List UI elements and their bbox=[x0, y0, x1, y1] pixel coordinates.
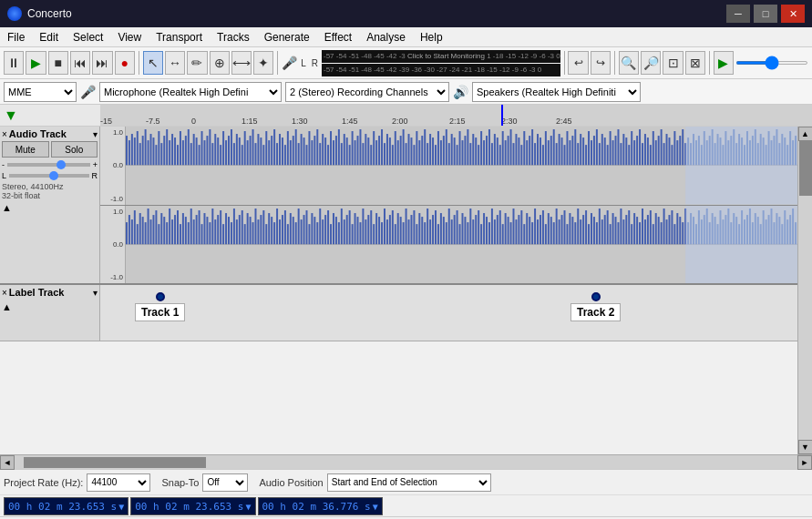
stop-button[interactable]: ■ bbox=[48, 51, 68, 75]
svg-rect-64 bbox=[295, 129, 297, 165]
svg-rect-482 bbox=[744, 219, 745, 244]
toolbar-area: ⏸ ▶ ■ ⏮ ⏭ ● ↖ ↔ ✏ ⊕ ⟷ ✦ 🎤 L R -57 -54 -5… bbox=[0, 47, 812, 79]
label-track-expand[interactable]: ▾ bbox=[93, 288, 98, 298]
project-rate-select[interactable]: 44100 bbox=[87, 473, 150, 492]
scroll-left-arrow[interactable]: ◄ bbox=[0, 455, 15, 470]
svg-rect-425 bbox=[591, 213, 592, 244]
scroll-right-arrow[interactable]: ► bbox=[797, 455, 812, 470]
scroll-down-arrow[interactable]: ▼ bbox=[798, 440, 813, 454]
gain-slider-track[interactable] bbox=[7, 163, 90, 167]
speed-slider[interactable] bbox=[735, 61, 808, 65]
menu-tracks[interactable]: Tracks bbox=[210, 29, 257, 46]
h-scroll-thumb[interactable] bbox=[24, 457, 206, 468]
audio-track-close[interactable]: × bbox=[2, 129, 7, 139]
vertical-scrollbar[interactable]: ▲ ▼ bbox=[797, 127, 812, 454]
menu-select[interactable]: Select bbox=[66, 29, 110, 46]
play-speed-button[interactable]: ▶ bbox=[714, 51, 734, 75]
label-marker-1[interactable]: Track 1 bbox=[135, 292, 185, 321]
record-button[interactable]: ● bbox=[115, 51, 135, 75]
microphone-select[interactable]: Microphone (Realtek High Defini bbox=[99, 82, 282, 102]
svg-rect-366 bbox=[432, 215, 434, 244]
label-marker-2[interactable]: Track 2 bbox=[570, 292, 621, 321]
menu-analyse[interactable]: Analyse bbox=[359, 29, 413, 46]
multi-tool[interactable]: ✦ bbox=[253, 51, 273, 75]
label-track-menu-arrow[interactable]: ▲ bbox=[2, 301, 98, 312]
waveform-display-2[interactable] bbox=[126, 206, 797, 284]
zoom-tool[interactable]: ⊕ bbox=[210, 51, 230, 75]
zoom-out-button[interactable]: 🔎 bbox=[641, 51, 661, 75]
solo-button[interactable]: Solo bbox=[51, 141, 98, 158]
svg-rect-211 bbox=[690, 143, 692, 165]
svg-rect-218 bbox=[709, 136, 711, 165]
snap-to-select[interactable]: Off bbox=[202, 473, 248, 492]
svg-rect-439 bbox=[628, 210, 630, 244]
svg-rect-122 bbox=[451, 134, 453, 165]
scroll-up-arrow[interactable]: ▲ bbox=[798, 127, 813, 141]
zoom-fit-button[interactable]: ⊠ bbox=[685, 51, 705, 75]
gain-slider-thumb[interactable] bbox=[57, 160, 66, 169]
svg-rect-132 bbox=[478, 145, 479, 165]
titlebar: Concerto ─ □ ✕ bbox=[0, 0, 812, 27]
waveform-display-1[interactable] bbox=[126, 127, 797, 205]
menu-file[interactable]: File bbox=[0, 29, 32, 46]
select-tool[interactable]: ↖ bbox=[143, 51, 163, 75]
pos2-dropdown[interactable]: ▼ bbox=[245, 502, 251, 512]
draw-tool[interactable]: ✏ bbox=[187, 51, 207, 75]
menu-effect[interactable]: Effect bbox=[317, 29, 359, 46]
play-button[interactable]: ▶ bbox=[26, 51, 46, 75]
svg-rect-391 bbox=[499, 210, 501, 244]
svg-rect-289 bbox=[225, 213, 227, 244]
scroll-thumb[interactable] bbox=[799, 141, 812, 196]
speaker-select[interactable]: Speakers (Realtek High Definiti bbox=[472, 82, 641, 102]
zoom-in-button[interactable]: 🔍 bbox=[619, 51, 639, 75]
redo-button[interactable]: ↪ bbox=[591, 51, 611, 75]
menu-help[interactable]: Help bbox=[413, 29, 450, 46]
label-track-close[interactable]: × bbox=[2, 288, 7, 298]
selection-format-select[interactable]: Start and End of Selection bbox=[327, 473, 491, 492]
svg-rect-227 bbox=[733, 129, 735, 165]
menu-generate[interactable]: Generate bbox=[257, 29, 317, 46]
svg-rect-297 bbox=[247, 213, 249, 244]
svg-rect-295 bbox=[242, 210, 243, 244]
skip-end-button[interactable]: ⏭ bbox=[92, 51, 112, 75]
channels-select[interactable]: 2 (Stereo) Recording Channels bbox=[285, 82, 449, 102]
menu-transport[interactable]: Transport bbox=[149, 29, 210, 46]
label-track-content[interactable]: Track 1 Track 2 bbox=[100, 285, 797, 341]
audio-track-expand[interactable]: ▾ bbox=[93, 129, 98, 139]
svg-rect-183 bbox=[615, 136, 617, 165]
mute-button[interactable]: Mute bbox=[2, 141, 49, 158]
waveform-bars-top bbox=[126, 129, 686, 165]
input-level-label: L bbox=[301, 58, 306, 68]
svg-rect-395 bbox=[510, 222, 512, 244]
timeshift-tool[interactable]: ⟷ bbox=[231, 51, 252, 75]
svg-rect-361 bbox=[418, 213, 420, 244]
skip-start-button[interactable]: ⏮ bbox=[70, 51, 90, 75]
position-display-2: 00 h 02 m 23.653 s ▼ bbox=[130, 497, 255, 515]
svg-rect-434 bbox=[615, 217, 617, 244]
svg-rect-464 bbox=[695, 224, 697, 244]
menu-view[interactable]: View bbox=[110, 29, 149, 46]
svg-rect-134 bbox=[483, 140, 485, 165]
zoom-sel-button[interactable]: ⊡ bbox=[663, 51, 683, 75]
menu-edit[interactable]: Edit bbox=[32, 29, 66, 46]
pan-slider-track[interactable] bbox=[9, 174, 88, 178]
svg-rect-314 bbox=[293, 217, 294, 244]
pause-button[interactable]: ⏸ bbox=[4, 51, 24, 75]
gain-max-label: + bbox=[93, 160, 98, 169]
close-button[interactable]: ✕ bbox=[781, 5, 805, 23]
undo-button[interactable]: ↩ bbox=[568, 51, 588, 75]
minimize-button[interactable]: ─ bbox=[726, 5, 750, 23]
horizontal-scrollbar[interactable]: ◄ ► bbox=[0, 454, 812, 469]
timeline-ruler[interactable]: -15 -7.5 0 1:15 1:30 1:45 2:00 2:15 2:30… bbox=[100, 105, 812, 126]
mark-145: 1:45 bbox=[342, 117, 358, 126]
svg-rect-500 bbox=[792, 209, 794, 244]
pos3-dropdown[interactable]: ▼ bbox=[373, 502, 378, 512]
host-select[interactable]: MME bbox=[4, 82, 77, 102]
maximize-button[interactable]: □ bbox=[754, 5, 777, 23]
envelope-tool[interactable]: ↔ bbox=[165, 51, 185, 75]
timeline[interactable]: ▼ -15 -7.5 0 1:15 1:30 1:45 2:00 2:15 2:… bbox=[0, 105, 812, 127]
track-menu-arrow[interactable]: ▲ bbox=[2, 202, 98, 213]
pan-slider-thumb[interactable] bbox=[49, 171, 58, 180]
svg-rect-16 bbox=[166, 129, 168, 165]
pos1-dropdown[interactable]: ▼ bbox=[118, 502, 124, 512]
